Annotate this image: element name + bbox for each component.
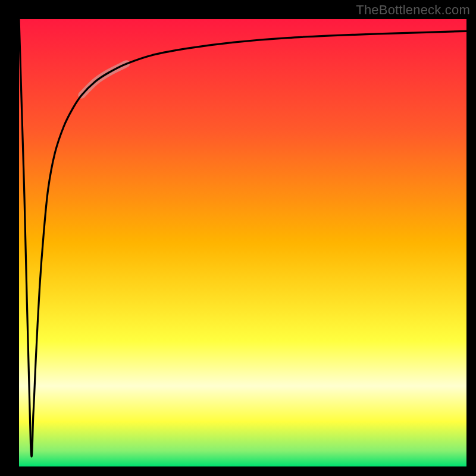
- chart-svg: [19, 19, 466, 466]
- plot-area: [19, 19, 466, 466]
- watermark-text: TheBottleneck.com: [356, 2, 470, 18]
- chart-frame: TheBottleneck.com: [0, 0, 476, 476]
